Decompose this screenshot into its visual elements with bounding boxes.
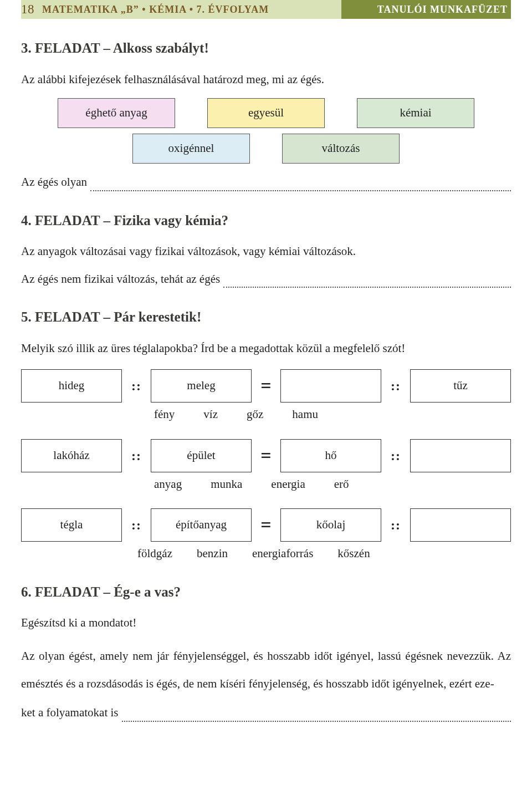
option: fény xyxy=(154,406,175,424)
equals-sep: = xyxy=(257,446,275,465)
colon-sep: :: xyxy=(387,449,405,462)
option: erő xyxy=(334,476,349,493)
task5-intro: Melyik szó illik az üres téglalapokba? Í… xyxy=(21,340,511,358)
colon-sep: :: xyxy=(387,518,405,532)
task3-fill-line: Az égés olyan xyxy=(21,174,511,191)
breadcrumb: MATEMATIKA „B” • KÉMIA • 7. ÉVFOLYAM xyxy=(42,2,269,17)
analogy-box: tégla xyxy=(21,508,122,542)
analogy-blank-box[interactable] xyxy=(410,439,511,472)
option: energiaforrás xyxy=(252,545,313,563)
option: energia xyxy=(271,476,305,493)
header-left: 18 MATEMATIKA „B” • KÉMIA • 7. ÉVFOLYAM xyxy=(21,0,341,19)
task6-intro: Egészítsd ki a mondatot! xyxy=(21,614,511,632)
task3-tags-row1: éghető anyag egyesül kémiai xyxy=(21,98,511,128)
analogy-box: hő xyxy=(280,439,381,472)
analogy-box: kőolaj xyxy=(280,508,381,542)
task4-line1: Az anyagok változásai vagy fizikai válto… xyxy=(21,243,511,261)
dotted-blank[interactable] xyxy=(122,710,511,722)
option: hamu xyxy=(292,406,318,424)
dotted-blank[interactable] xyxy=(90,180,511,191)
analogy-options-3: földgáz benzin energiaforrás kőszén xyxy=(21,545,511,563)
tag-egheto-anyag: éghető anyag xyxy=(58,98,175,128)
analogy-blank-box[interactable] xyxy=(280,369,381,403)
page: 18 MATEMATIKA „B” • KÉMIA • 7. ÉVFOLYAM … xyxy=(0,0,532,760)
page-number: 18 xyxy=(21,0,42,19)
task3-intro: Az alábbi kifejezések felhasználásával h… xyxy=(21,71,511,89)
tag-kemiai: kémiai xyxy=(357,98,474,128)
colon-sep: :: xyxy=(127,518,145,532)
analogy-box: lakóház xyxy=(21,439,122,472)
analogy-blank-box[interactable] xyxy=(410,508,511,542)
analogy-row-1: hideg :: meleg = :: tűz xyxy=(21,369,511,403)
tag-valtozas: változás xyxy=(282,134,400,164)
equals-sep: = xyxy=(257,376,275,395)
colon-sep: :: xyxy=(387,379,405,393)
task4-title: 4. FELADAT – Fizika vagy kémia? xyxy=(21,210,511,231)
option: kőszén xyxy=(337,545,370,563)
analogy-box: tűz xyxy=(410,369,511,403)
task6-fill-line: ket a folyamatokat is xyxy=(21,704,511,722)
equals-sep: = xyxy=(257,516,275,534)
tag-oxigennel: oxigénnel xyxy=(132,134,250,164)
analogy-box: építőanyag xyxy=(151,508,252,542)
task3-title: 3. FELADAT – Alkoss szabályt! xyxy=(21,38,511,59)
option: munka xyxy=(211,476,242,493)
task3-tags-row2: oxigénnel változás xyxy=(21,134,511,164)
tag-egyesul: egyesül xyxy=(207,98,325,128)
task5-title: 5. FELADAT – Pár kerestetik! xyxy=(21,307,511,328)
option: benzin xyxy=(197,545,228,563)
header-right: TANULÓI MUNKAFÜZET xyxy=(341,0,511,19)
option: földgáz xyxy=(137,545,172,563)
page-header: 18 MATEMATIKA „B” • KÉMIA • 7. ÉVFOLYAM … xyxy=(21,0,511,19)
task6-line-prefix: ket a folyamatokat is xyxy=(21,704,119,722)
analogy-box: épület xyxy=(151,439,252,472)
analogy-options-1: fény víz gőz hamu xyxy=(21,406,511,424)
task3-line-prefix: Az égés olyan xyxy=(21,174,87,191)
option: víz xyxy=(203,406,218,424)
analogy-options-2: anyag munka energia erő xyxy=(21,476,511,493)
colon-sep: :: xyxy=(127,449,145,462)
task6-paragraph-part1: Az olyan égést, amely nem jár fényjelens… xyxy=(21,642,511,698)
analogy-row-2: lakóház :: épület = hő :: xyxy=(21,439,511,472)
analogy-box: hideg xyxy=(21,369,122,403)
option: anyag xyxy=(154,476,182,493)
analogy-row-3: tégla :: építőanyag = kőolaj :: xyxy=(21,508,511,542)
task5-analogies: hideg :: meleg = :: tűz fény víz gőz ham… xyxy=(21,369,511,563)
task4-fill-line: Az égés nem fizikai változás, tehát az é… xyxy=(21,271,511,288)
task6-title: 6. FELADAT – Ég-e a vas? xyxy=(21,582,511,603)
dotted-blank[interactable] xyxy=(223,276,511,288)
option: gőz xyxy=(247,406,263,424)
task4-line2-prefix: Az égés nem fizikai változás, tehát az é… xyxy=(21,271,220,288)
colon-sep: :: xyxy=(127,379,145,393)
analogy-box: meleg xyxy=(151,369,252,403)
